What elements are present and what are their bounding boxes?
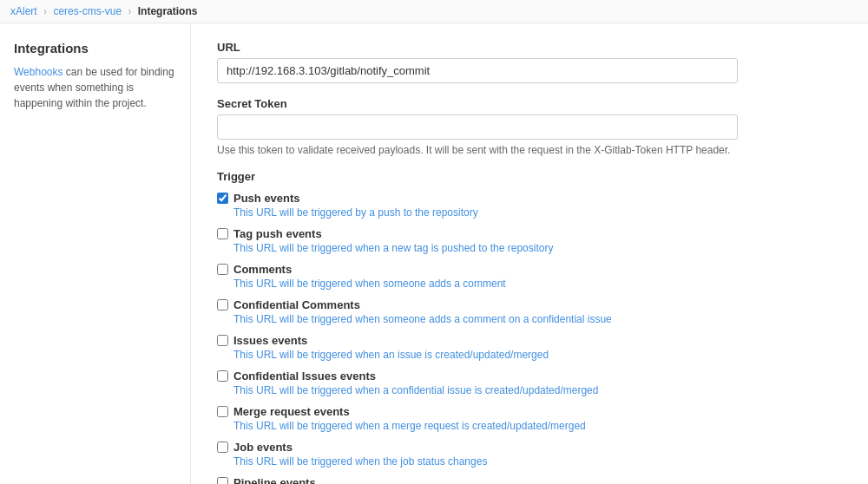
trigger-item: Push eventsThis URL will be triggered by… <box>217 192 842 219</box>
trigger-desc-job_events: This URL will be triggered when the job … <box>233 455 842 468</box>
trigger-item-header: Issues events <box>217 334 842 347</box>
trigger-name-issues_events: Issues events <box>233 334 307 347</box>
trigger-desc-confidential_issues_events: This URL will be triggered when a confid… <box>233 384 842 396</box>
trigger-item-header: Push events <box>217 192 842 205</box>
secret-token-help: Use this token to validate received payl… <box>217 144 842 156</box>
trigger-checkbox-merge_request_events[interactable] <box>217 406 228 417</box>
url-group: URL <box>217 41 842 83</box>
webhooks-link[interactable]: Webhooks <box>14 66 62 78</box>
url-input[interactable] <box>217 58 738 83</box>
trigger-checkbox-pipeline_events[interactable] <box>217 477 228 484</box>
trigger-item-header: Tag push events <box>217 227 842 240</box>
trigger-desc-merge_request_events: This URL will be triggered when a merge … <box>233 420 842 432</box>
breadcrumb-sep-1: › <box>43 5 47 17</box>
breadcrumb-xalert[interactable]: xAlert <box>10 5 37 17</box>
trigger-checkbox-tag_push_events[interactable] <box>217 228 228 239</box>
url-label: URL <box>217 41 842 54</box>
trigger-name-tag_push_events: Tag push events <box>233 227 322 240</box>
trigger-item-header: Job events <box>217 441 842 454</box>
trigger-item: CommentsThis URL will be triggered when … <box>217 263 842 290</box>
trigger-name-comments: Comments <box>233 263 292 276</box>
trigger-name-confidential_issues_events: Confidential Issues events <box>233 370 376 383</box>
sidebar-title: Integrations <box>14 41 176 56</box>
trigger-item: Tag push eventsThis URL will be triggere… <box>217 227 842 254</box>
trigger-desc-tag_push_events: This URL will be triggered when a new ta… <box>233 242 842 254</box>
trigger-item-header: Comments <box>217 263 842 276</box>
trigger-item: Issues eventsThis URL will be triggered … <box>217 334 842 361</box>
trigger-name-pipeline_events: Pipeline events <box>233 476 316 484</box>
trigger-checkbox-job_events[interactable] <box>217 441 228 453</box>
trigger-checkbox-confidential_comments[interactable] <box>217 299 228 311</box>
trigger-label: Trigger <box>217 170 842 183</box>
trigger-item-header: Confidential Issues events <box>217 370 842 383</box>
sidebar-description: Webhooks can be used for binding events … <box>14 64 176 111</box>
trigger-checkbox-push_events[interactable] <box>217 193 228 204</box>
trigger-checkbox-comments[interactable] <box>217 264 228 275</box>
trigger-item: Confidential Issues eventsThis URL will … <box>217 370 842 396</box>
trigger-name-job_events: Job events <box>233 441 293 454</box>
main-content: URL Secret Token Use this token to valid… <box>191 23 868 484</box>
trigger-item-header: Merge request events <box>217 405 842 418</box>
trigger-name-push_events: Push events <box>233 192 300 205</box>
trigger-desc-issues_events: This URL will be triggered when an issue… <box>233 349 842 361</box>
trigger-checkbox-confidential_issues_events[interactable] <box>217 370 228 382</box>
trigger-item: Merge request eventsThis URL will be tri… <box>217 405 842 432</box>
secret-token-group: Secret Token Use this token to validate … <box>217 97 842 156</box>
trigger-item: Job eventsThis URL will be triggered whe… <box>217 441 842 468</box>
trigger-desc-confidential_comments: This URL will be triggered when someone … <box>233 313 842 325</box>
trigger-desc-comments: This URL will be triggered when someone … <box>233 278 842 290</box>
trigger-name-confidential_comments: Confidential Comments <box>233 298 360 311</box>
trigger-desc-push_events: This URL will be triggered by a push to … <box>233 206 842 219</box>
breadcrumb: xAlert › ceres-cms-vue › Integrations <box>0 0 868 23</box>
breadcrumb-sep-2: › <box>128 5 131 17</box>
sidebar: Integrations Webhooks can be used for bi… <box>0 23 191 484</box>
trigger-section: Trigger Push eventsThis URL will be trig… <box>217 170 842 484</box>
trigger-checkbox-issues_events[interactable] <box>217 335 228 346</box>
breadcrumb-current: Integrations <box>138 5 198 17</box>
breadcrumb-repo[interactable]: ceres-cms-vue <box>53 5 122 17</box>
trigger-item-header: Pipeline events <box>217 476 842 484</box>
secret-token-label: Secret Token <box>217 97 842 110</box>
secret-token-input[interactable] <box>217 114 738 140</box>
trigger-list: Push eventsThis URL will be triggered by… <box>217 192 842 484</box>
trigger-name-merge_request_events: Merge request events <box>233 405 350 418</box>
trigger-item: Pipeline eventsThis URL will be triggere… <box>217 476 842 484</box>
trigger-item: Confidential CommentsThis URL will be tr… <box>217 298 842 325</box>
trigger-item-header: Confidential Comments <box>217 298 842 311</box>
